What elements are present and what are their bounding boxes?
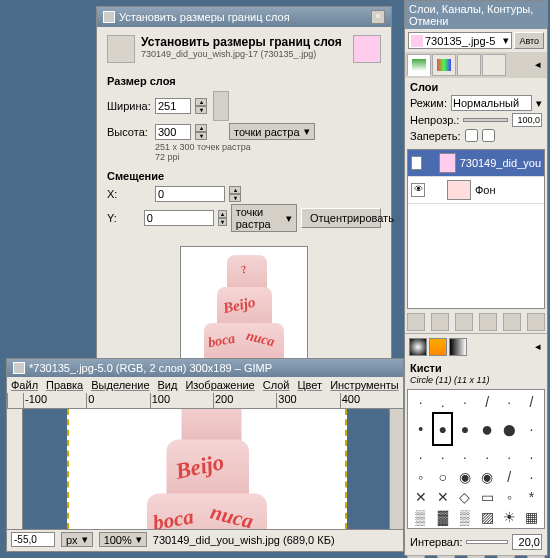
layer-buttons <box>405 311 547 333</box>
width-spinner[interactable]: ▴▾ <box>195 98 207 114</box>
layers-label: Слои <box>410 81 542 93</box>
visibility-icon[interactable]: 👁 <box>411 183 425 197</box>
ruler-horizontal[interactable]: -1000100200300400 <box>7 393 403 409</box>
dialog-titlebar[interactable]: Установить размеры границ слоя × <box>97 7 391 27</box>
menu-file[interactable]: Файл <box>11 379 38 391</box>
opacity-value[interactable]: 100,0 <box>512 113 542 127</box>
lock-pixels[interactable] <box>465 129 478 142</box>
canvas[interactable]: Beijo bocanuca <box>7 409 403 529</box>
gimp-icon <box>13 362 25 374</box>
opacity-label: Непрозр.: <box>410 114 459 126</box>
mode-select[interactable]: Нормальный <box>451 95 532 111</box>
dialog-subheading: 730149_did_you_wish.jpg-17 (730135_.jpg) <box>141 49 342 59</box>
menu-color[interactable]: Цвет <box>297 379 322 391</box>
anchor-layer-icon[interactable] <box>503 313 521 331</box>
ppi-hint: 72 ppi <box>155 152 381 162</box>
close-icon[interactable]: × <box>371 10 385 24</box>
layer-name[interactable]: 730149_did_you <box>460 157 541 169</box>
raise-layer-icon[interactable] <box>431 313 449 331</box>
center-button[interactable]: Отцентрировать <box>301 208 381 228</box>
tab-patterns[interactable] <box>429 338 447 356</box>
tab-layers[interactable] <box>407 54 431 76</box>
chevron-down-icon: ▾ <box>286 212 292 225</box>
tab-brushes[interactable] <box>409 338 427 356</box>
menu-layer[interactable]: Слой <box>263 379 290 391</box>
interval-value[interactable]: 20,0 <box>512 534 542 550</box>
pixel-hint: 251 x 300 точек растра <box>155 142 381 152</box>
interval-slider[interactable] <box>466 540 508 544</box>
tab-menu-icon[interactable]: ◂ <box>531 54 545 76</box>
x-label: X: <box>107 188 151 200</box>
layer-item[interactable]: 👁 Фон <box>408 177 544 204</box>
visibility-icon[interactable]: 👁 <box>411 156 422 170</box>
lock-label: Запереть: <box>410 130 461 142</box>
brushes-label: Кисти <box>410 362 442 374</box>
tab-gradients[interactable] <box>449 338 467 356</box>
delete-layer-icon[interactable] <box>527 313 545 331</box>
tab-menu-icon[interactable]: ◂ <box>533 338 543 356</box>
auto-button[interactable]: Авто <box>514 32 544 49</box>
image-window: *730135_.jpg-5.0 (RGB, 2 слоя) 300x189 –… <box>6 358 404 552</box>
dock-tabs: ◂ <box>405 52 547 78</box>
layer-item[interactable]: 👁 730149_did_you <box>408 150 544 177</box>
tab-channels[interactable] <box>432 54 456 76</box>
lock-alpha[interactable] <box>482 129 495 142</box>
image-titlebar[interactable]: *730135_.jpg-5.0 (RGB, 2 слоя) 300x189 –… <box>7 359 403 377</box>
scrollbar-v[interactable] <box>389 409 403 529</box>
width-label: Ширина: <box>107 100 151 112</box>
menubar[interactable]: Файл Правка Выделение Вид Изображение Сл… <box>7 377 403 393</box>
layer-thumb <box>439 153 455 173</box>
units-combo[interactable]: точки растра▾ <box>229 123 315 140</box>
zoom-select[interactable]: 100%▾ <box>99 532 147 547</box>
x-spinner[interactable]: ▴▾ <box>229 186 241 202</box>
coord-field: -55,0 <box>11 532 55 547</box>
layer-list[interactable]: 👁 730149_did_you 👁 Фон <box>407 149 545 309</box>
swatch-tabs: ◂ <box>405 333 547 360</box>
status-text: 730149_did_you_wish.jpg (689,0 КБ) <box>153 534 335 546</box>
offset-units-combo[interactable]: точки растра▾ <box>231 204 297 232</box>
brush-grid[interactable]: ·.·/·/ •●●●●· ······ ◦○◉◉/· ✕✕◇▭◦* ▒▓▒▨☀… <box>407 389 545 529</box>
opacity-slider[interactable] <box>463 118 508 122</box>
layer-thumbnail <box>353 35 381 63</box>
menu-view[interactable]: Вид <box>158 379 178 391</box>
interval-label: Интервал: <box>410 536 462 548</box>
chevron-down-icon: ▾ <box>304 125 310 138</box>
menu-image[interactable]: Изображение <box>185 379 254 391</box>
brush-name: Circle (11) (11 x 11) <box>410 375 490 385</box>
menu-edit[interactable]: Правка <box>46 379 83 391</box>
offset-preview[interactable]: ? Beijo bocanuca <box>180 246 308 374</box>
dialog-heading: Установить размеры границ слоя <box>141 35 342 49</box>
layer-thumb <box>447 180 471 200</box>
link-icon[interactable] <box>213 91 229 121</box>
resize-icon <box>107 35 135 63</box>
ruler-vertical[interactable] <box>7 409 23 529</box>
menu-select[interactable]: Выделение <box>91 379 149 391</box>
height-spinner[interactable]: ▴▾ <box>195 124 207 140</box>
menu-tools[interactable]: Инструменты <box>330 379 399 391</box>
y-label: Y: <box>107 212 140 224</box>
y-spinner[interactable]: ▴▾ <box>218 210 227 226</box>
mode-label: Режим: <box>410 97 447 109</box>
duplicate-layer-icon[interactable] <box>479 313 497 331</box>
height-input[interactable] <box>155 124 191 140</box>
lower-layer-icon[interactable] <box>455 313 473 331</box>
layer-name[interactable]: Фон <box>475 184 496 196</box>
x-input[interactable] <box>155 186 225 202</box>
dialog-title: Установить размеры границ слоя <box>119 11 290 23</box>
image-title: *730135_.jpg-5.0 (RGB, 2 слоя) 300x189 –… <box>29 362 272 374</box>
image-selector[interactable]: 730135_.jpg-5▾ <box>408 32 512 49</box>
tab-undo[interactable] <box>482 54 506 76</box>
height-label: Высота: <box>107 126 151 138</box>
offset-section-label: Смещение <box>107 170 381 182</box>
dock-title[interactable]: Слои, Каналы, Контуры, Отмени <box>405 1 547 29</box>
dock-window: Слои, Каналы, Контуры, Отмени 730135_.jp… <box>404 0 548 556</box>
y-input[interactable] <box>144 210 214 226</box>
size-section-label: Размер слоя <box>107 75 381 87</box>
tab-paths[interactable] <box>457 54 481 76</box>
window-icon <box>103 11 115 23</box>
new-layer-icon[interactable] <box>407 313 425 331</box>
units-select[interactable]: px▾ <box>61 532 93 547</box>
width-input[interactable] <box>155 98 191 114</box>
statusbar: -55,0 px▾ 100%▾ 730149_did_you_wish.jpg … <box>7 529 403 549</box>
